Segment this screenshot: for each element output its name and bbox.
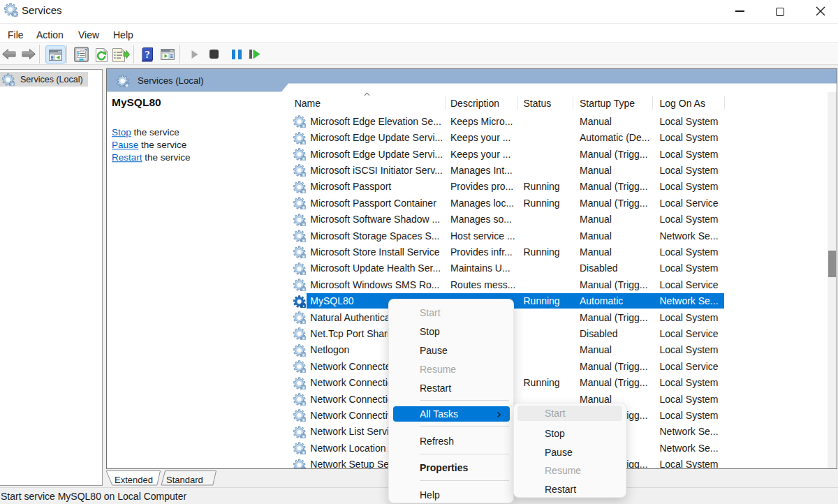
svg-text:?: ? — [145, 49, 150, 60]
